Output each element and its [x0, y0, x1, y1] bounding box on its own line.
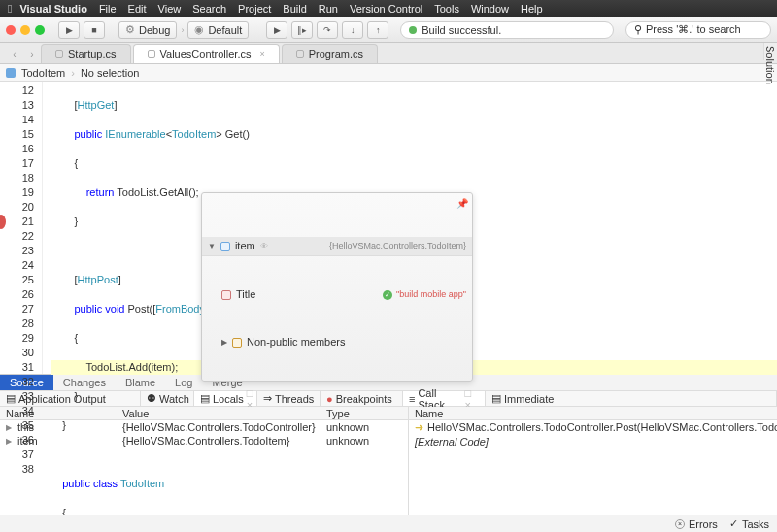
tab-nav-back[interactable]: ‹	[6, 46, 23, 63]
tab-valuescontroller[interactable]: ValuesController.cs×	[133, 44, 280, 63]
expand-nonpublic-icon[interactable]: ▶	[221, 335, 227, 349]
tab-nav-forward[interactable]: ›	[23, 46, 41, 63]
step-into-icon[interactable]: ↓	[342, 21, 363, 39]
class-icon	[6, 68, 16, 78]
menu-tools[interactable]: Tools	[434, 3, 459, 15]
datatip-nonpublic: Non-public members	[247, 335, 345, 349]
close-window-button[interactable]	[6, 25, 16, 35]
step-over-icon[interactable]: ↷	[317, 21, 338, 39]
close-tab-icon[interactable]: ×	[259, 50, 264, 59]
errors-indicator[interactable]: × Errors	[675, 518, 718, 530]
document-tabs: ‹ › Startup.cs ValuesController.cs× Prog…	[0, 43, 777, 64]
step-out-icon[interactable]: ↑	[367, 21, 388, 39]
menu-version-control[interactable]: Version Control	[350, 3, 422, 15]
datatip-prop: Title	[236, 287, 255, 302]
menu-view[interactable]: View	[158, 3, 182, 15]
tasks-indicator[interactable]: ✓ Tasks	[729, 517, 769, 530]
apple-icon[interactable]: 	[8, 2, 12, 16]
status-display: Build successful.	[400, 21, 614, 39]
toolbar: ▶ ■ ⚙ Debug › ◉ Default ▶ ∥▸ ↷ ↓ ↑ Build…	[0, 17, 777, 43]
expand-icon[interactable]: ▼	[208, 239, 216, 253]
run-button[interactable]: ▶	[58, 21, 80, 39]
pin-icon[interactable]: 📌	[456, 196, 468, 211]
code-area[interactable]: [HttpGet] public IEnumerable<TodoItem> G…	[43, 82, 777, 374]
datatip-var: item	[235, 239, 255, 253]
breadcrumb-class[interactable]: TodoItem	[21, 67, 65, 79]
tab-startup[interactable]: Startup.cs	[41, 44, 131, 63]
check-icon: ✓	[383, 290, 392, 300]
status-bar: × Errors ✓ Tasks	[0, 515, 777, 532]
stop-button[interactable]: ■	[84, 21, 105, 39]
zoom-window-button[interactable]	[35, 25, 45, 35]
solution-pad-tab[interactable]: Solution	[763, 43, 777, 60]
global-search[interactable]: ⚲ Press '⌘.' to search	[625, 21, 771, 39]
breadcrumb: TodoItem › No selection	[0, 64, 777, 82]
menu-run[interactable]: Run	[319, 3, 338, 15]
menubar:  Visual Studio File Edit View Search Pr…	[0, 0, 777, 17]
build-success-icon	[409, 26, 417, 34]
breadcrumb-member[interactable]: No selection	[81, 67, 140, 79]
target-selector[interactable]: ◉ Default	[187, 21, 249, 39]
menu-search[interactable]: Search	[192, 3, 226, 15]
code-editor[interactable]: 1213141516171819202122232425262728293031…	[0, 82, 777, 374]
window-controls	[6, 25, 45, 35]
menu-window[interactable]: Window	[471, 3, 509, 15]
debug-datatip[interactable]: 📌 ▼ item 👁 {HelloVSMac.Controllers.TodoI…	[201, 192, 473, 382]
check-icon: ✓	[729, 517, 738, 530]
menu-build[interactable]: Build	[283, 3, 306, 15]
pause-icon[interactable]: ∥▸	[291, 21, 313, 39]
minimize-window-button[interactable]	[20, 25, 30, 35]
property-icon	[221, 290, 231, 300]
menu-project[interactable]: Project	[238, 3, 271, 15]
configuration-selector[interactable]: ⚙ Debug	[118, 21, 177, 39]
menu-help[interactable]: Help	[521, 3, 543, 15]
menu-file[interactable]: File	[99, 3, 117, 15]
tab-program[interactable]: Program.cs	[282, 44, 378, 63]
app-name[interactable]: Visual Studio	[19, 3, 86, 15]
datatip-value: "build mobile app"	[396, 287, 466, 302]
error-icon: ×	[675, 519, 685, 529]
status-text: Build successful.	[422, 24, 501, 36]
object-icon	[220, 242, 230, 251]
datatip-type: {HelloVSMac.Controllers.TodoItem}	[329, 239, 466, 253]
menu-edit[interactable]: Edit	[128, 3, 147, 15]
line-numbers: 1213141516171819202122232425262728293031…	[0, 82, 43, 374]
folder-icon	[232, 338, 242, 348]
play-icon[interactable]: ▶	[266, 21, 287, 39]
